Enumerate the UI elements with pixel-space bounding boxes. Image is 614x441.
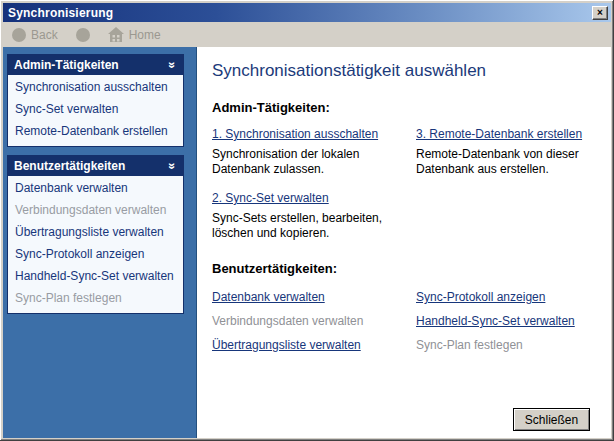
task-sync-set-verwalten: 2. Sync-Set verwalten Sync-Sets erstelle…: [212, 191, 416, 241]
sidebar-section-admin: Admin-Tätigkeiten » Synchronisation auss…: [7, 54, 184, 147]
titlebar: Synchronisierung ×: [3, 3, 611, 22]
sidebar-item-sync-plan-festlegen: Sync-Plan festlegen: [8, 288, 183, 310]
schliessen-button[interactable]: Schließen: [513, 408, 590, 431]
user-task-link-handheld-sync-set-verwalten[interactable]: Handheld-Sync-Set verwalten: [416, 314, 575, 328]
sidebar-item-handheld-sync-set-verwalten[interactable]: Handheld-Sync-Set verwalten: [8, 266, 183, 288]
task-desc-sync-set-verwalten: Sync-Sets erstellen, bearbeiten, löschen…: [212, 211, 402, 241]
user-task-uebertragungsliste-verwalten: Übertragungsliste verwalten: [212, 338, 416, 362]
task-desc-remote-datenbank-erstellen: Remote-Datenbank von dieser Datenbank au…: [416, 147, 587, 177]
user-task-link-uebertragungsliste-verwalten[interactable]: Übertragungsliste verwalten: [212, 338, 361, 352]
back-button[interactable]: Back: [12, 28, 58, 42]
sidebar-header-benutzer-label: Benutzertätigkeiten: [14, 159, 125, 173]
forward-button[interactable]: [76, 28, 90, 42]
user-task-link-datenbank-verwalten[interactable]: Datenbank verwalten: [212, 290, 325, 304]
sidebar-section-benutzer: Benutzertätigkeiten » Datenbank verwalte…: [7, 155, 184, 314]
sidebar-header-admin[interactable]: Admin-Tätigkeiten »: [7, 54, 184, 75]
sidebar-item-uebertragungsliste-verwalten[interactable]: Übertragungsliste verwalten: [8, 222, 183, 244]
user-task-link-sync-protokoll-anzeigen[interactable]: Sync-Protokoll anzeigen: [416, 290, 545, 304]
window-title: Synchronisierung: [8, 6, 592, 20]
sidebar: Admin-Tätigkeiten » Synchronisation auss…: [3, 47, 197, 438]
user-task-verbindungsdaten-verwalten: Verbindungsdaten verwalten: [212, 314, 416, 338]
user-task-sync-plan-festlegen: Sync-Plan festlegen: [416, 338, 601, 362]
task-link-remote-datenbank-erstellen[interactable]: 3. Remote-Datenbank erstellen: [416, 127, 582, 141]
home-label: Home: [129, 28, 161, 42]
chevron-down-icon[interactable]: »: [168, 61, 178, 68]
forward-icon: [76, 28, 90, 42]
admin-tasks-heading: Admin-Tätigkeiten:: [212, 100, 601, 115]
sidebar-item-remote-datenbank-erstellen[interactable]: Remote-Datenbank erstellen: [8, 121, 183, 143]
task-desc-synchronisation-ausschalten: Synchronisation der lokalen Datenbank zu…: [212, 147, 402, 177]
sidebar-header-admin-label: Admin-Tätigkeiten: [14, 58, 119, 72]
sidebar-item-sync-protokoll-anzeigen[interactable]: Sync-Protokoll anzeigen: [8, 244, 183, 266]
user-task-grid: Datenbank verwalten Verbindungsdaten ver…: [212, 290, 601, 362]
task-remote-datenbank-erstellen: 3. Remote-Datenbank erstellen Remote-Dat…: [416, 127, 601, 177]
sidebar-header-benutzer[interactable]: Benutzertätigkeiten »: [7, 155, 184, 176]
user-tasks-heading: Benutzertätigkeiten:: [212, 261, 601, 276]
toolbar: Back Home: [3, 22, 611, 47]
sidebar-item-sync-set-verwalten[interactable]: Sync-Set verwalten: [8, 99, 183, 121]
task-link-synchronisation-ausschalten[interactable]: 1. Synchronisation ausschalten: [212, 127, 378, 141]
task-synchronisation-ausschalten: 1. Synchronisation ausschalten Synchroni…: [212, 127, 416, 177]
sidebar-item-synchronisation-ausschalten[interactable]: Synchronisation ausschalten: [8, 77, 183, 99]
admin-task-grid: 1. Synchronisation ausschalten Synchroni…: [212, 127, 601, 255]
dialog-body: Admin-Tätigkeiten » Synchronisation auss…: [3, 47, 611, 438]
home-button[interactable]: Home: [108, 27, 161, 42]
back-label: Back: [31, 28, 58, 42]
home-icon: [108, 27, 124, 42]
task-link-sync-set-verwalten[interactable]: 2. Sync-Set verwalten: [212, 191, 329, 205]
user-task-sync-protokoll-anzeigen: Sync-Protokoll anzeigen: [416, 290, 601, 314]
sidebar-item-verbindungsdaten-verwalten: Verbindungsdaten verwalten: [8, 200, 183, 222]
chevron-down-icon[interactable]: »: [168, 162, 178, 169]
sidebar-item-datenbank-verwalten[interactable]: Datenbank verwalten: [8, 178, 183, 200]
sync-dialog-window: Synchronisierung × Back Home: [0, 0, 614, 441]
user-task-datenbank-verwalten: Datenbank verwalten: [212, 290, 416, 314]
close-icon[interactable]: ×: [592, 6, 608, 20]
user-task-handheld-sync-set-verwalten: Handheld-Sync-Set verwalten: [416, 314, 601, 338]
page-title: Synchronisationstätigkeit auswählen: [212, 61, 601, 81]
back-icon: [12, 28, 26, 42]
main-pane: Synchronisationstätigkeit auswählen Admi…: [197, 47, 611, 438]
